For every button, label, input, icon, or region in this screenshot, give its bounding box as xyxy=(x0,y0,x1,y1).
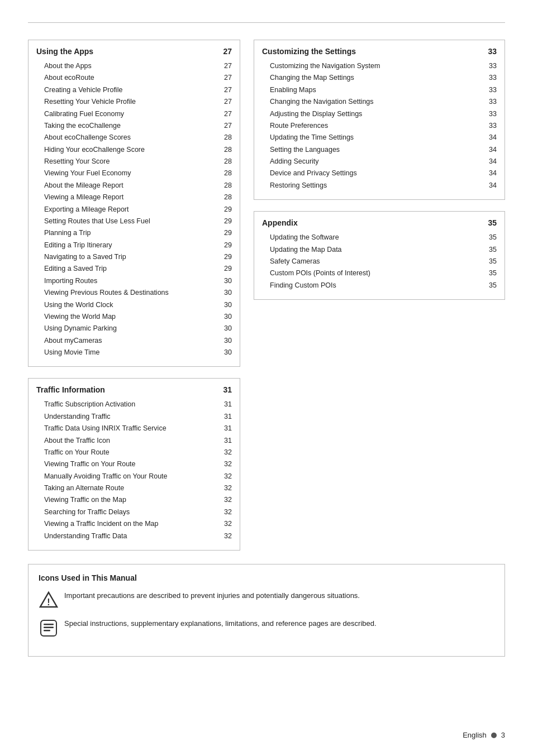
list-item: Viewing the World Map30 xyxy=(36,311,232,323)
list-item: Viewing Traffic on Your Route32 xyxy=(36,458,232,470)
customizing-settings-title: Customizing the Settings xyxy=(262,47,356,56)
traffic-information-header: Traffic Information 31 xyxy=(36,385,232,396)
svg-rect-3 xyxy=(44,624,54,625)
using-the-apps-header: Using the Apps 27 xyxy=(36,47,232,58)
list-item: Traffic Data Using INRIX Traffic Service… xyxy=(36,423,232,434)
list-item: Calibrating Fuel Economy27 xyxy=(36,108,232,120)
footer-page-number: 3 xyxy=(501,731,505,739)
list-item: Enabling Maps33 xyxy=(262,84,497,96)
note-icon-text: Special instructions, supplementary expl… xyxy=(64,618,377,629)
list-item: Changing the Map Settings33 xyxy=(262,72,497,84)
list-item: Taking the ecoChallenge27 xyxy=(36,120,232,132)
icons-section-title: Icons Used in This Manual xyxy=(39,573,494,582)
appendix-header: Appendix 35 xyxy=(262,218,497,229)
svg-text:!: ! xyxy=(47,597,50,607)
traffic-information-title: Traffic Information xyxy=(36,385,105,394)
list-item: Hiding Your ecoChallenge Score28 xyxy=(36,144,232,156)
svg-rect-5 xyxy=(44,630,50,631)
customizing-settings-header: Customizing the Settings 33 xyxy=(262,47,497,58)
list-item: About ecoRoute27 xyxy=(36,72,232,84)
list-item: Planning a Trip29 xyxy=(36,227,232,239)
list-item: Understanding Traffic Data32 xyxy=(36,530,232,542)
right-column: Customizing the Settings 33 Customizing … xyxy=(254,40,505,551)
list-item: Route Preferences33 xyxy=(262,120,497,132)
using-the-apps-page: 27 xyxy=(223,47,232,56)
list-item: Adjusting the Display Settings33 xyxy=(262,108,497,120)
note-icon-row: Special instructions, supplementary expl… xyxy=(39,618,494,638)
appendix-page: 35 xyxy=(488,218,497,227)
traffic-information-page: 31 xyxy=(223,385,232,394)
list-item: Changing the Navigation Settings33 xyxy=(262,96,497,108)
list-item: Viewing Previous Routes & Destinations30 xyxy=(36,287,232,299)
list-item: Finding Custom POIs35 xyxy=(262,280,497,291)
list-item: Taking an Alternate Route32 xyxy=(36,482,232,494)
svg-rect-4 xyxy=(44,626,54,628)
main-columns: Using the Apps 27 About the Apps27 About… xyxy=(28,40,505,551)
customizing-settings-page: 33 xyxy=(488,47,497,56)
list-item: Understanding Traffic31 xyxy=(36,411,232,423)
list-item: About myCameras30 xyxy=(36,335,232,347)
list-item: Traffic on Your Route32 xyxy=(36,447,232,458)
list-item: Creating a Vehicle Profile27 xyxy=(36,84,232,96)
traffic-information-section: Traffic Information 31 Traffic Subscript… xyxy=(28,378,240,551)
list-item: Updating the Time Settings34 xyxy=(262,132,497,143)
top-divider xyxy=(28,22,505,23)
list-item: Viewing Your Fuel Economy28 xyxy=(36,168,232,179)
list-item: Navigating to a Saved Trip29 xyxy=(36,251,232,263)
list-item: Viewing a Traffic Incident on the Map32 xyxy=(36,518,232,530)
list-item: Setting the Languages34 xyxy=(262,144,497,156)
using-the-apps-title: Using the Apps xyxy=(36,47,93,56)
list-item: About the Mileage Report28 xyxy=(36,180,232,192)
list-item: Restoring Settings34 xyxy=(262,180,497,192)
list-item: About the Traffic Icon31 xyxy=(36,435,232,447)
appendix-section: Appendix 35 Updating the Software35 Upda… xyxy=(254,211,505,300)
list-item: Exporting a Mileage Report29 xyxy=(36,204,232,216)
list-item: Customizing the Navigation System33 xyxy=(262,60,497,72)
list-item: Device and Privacy Settings34 xyxy=(262,168,497,179)
list-item: Manually Avoiding Traffic on Your Route3… xyxy=(36,471,232,482)
warning-triangle-icon: ! xyxy=(39,590,59,610)
customizing-settings-section: Customizing the Settings 33 Customizing … xyxy=(254,40,505,200)
list-item: Editing a Trip Itinerary29 xyxy=(36,240,232,251)
icons-section: Icons Used in This Manual ! Important pr… xyxy=(28,564,505,657)
list-item: Updating the Software35 xyxy=(262,232,497,243)
list-item: Resetting Your Score28 xyxy=(36,156,232,168)
list-item: Traffic Subscription Activation31 xyxy=(36,399,232,410)
warning-icon-row: ! Important precautions are described to… xyxy=(39,590,494,610)
list-item: Adding Security34 xyxy=(262,156,497,168)
warning-icon-text: Important precautions are described to p… xyxy=(64,590,360,601)
left-column: Using the Apps 27 About the Apps27 About… xyxy=(28,40,240,551)
list-item: Using the World Clock30 xyxy=(36,299,232,311)
list-item: Resetting Your Vehicle Profile27 xyxy=(36,96,232,108)
list-item: Updating the Map Data35 xyxy=(262,244,497,256)
footer-dot xyxy=(491,733,497,738)
list-item: Custom POIs (Points of Interest)35 xyxy=(262,267,497,279)
list-item: Using Dynamic Parking30 xyxy=(36,323,232,334)
appendix-title: Appendix xyxy=(262,218,298,227)
using-the-apps-entries: About the Apps27 About ecoRoute27 Creati… xyxy=(36,60,232,358)
customizing-settings-entries: Customizing the Navigation System33 Chan… xyxy=(262,60,497,192)
note-icon xyxy=(39,618,59,638)
list-item: About the Apps27 xyxy=(36,60,232,72)
list-item: Safety Cameras35 xyxy=(262,256,497,267)
list-item: Viewing Traffic on the Map32 xyxy=(36,494,232,506)
footer-language: English xyxy=(463,731,487,739)
list-item: Searching for Traffic Delays32 xyxy=(36,506,232,518)
list-item: Using Movie Time30 xyxy=(36,347,232,358)
footer: English 3 xyxy=(463,731,505,739)
list-item: Editing a Saved Trip29 xyxy=(36,263,232,275)
list-item: Setting Routes that Use Less Fuel29 xyxy=(36,216,232,227)
appendix-entries: Updating the Software35 Updating the Map… xyxy=(262,232,497,291)
list-item: Viewing a Mileage Report28 xyxy=(36,192,232,203)
traffic-information-entries: Traffic Subscription Activation31 Unders… xyxy=(36,399,232,542)
using-the-apps-section: Using the Apps 27 About the Apps27 About… xyxy=(28,40,240,367)
page: Using the Apps 27 About the Apps27 About… xyxy=(0,0,533,756)
list-item: Importing Routes30 xyxy=(36,275,232,287)
list-item: About ecoChallenge Scores28 xyxy=(36,132,232,143)
